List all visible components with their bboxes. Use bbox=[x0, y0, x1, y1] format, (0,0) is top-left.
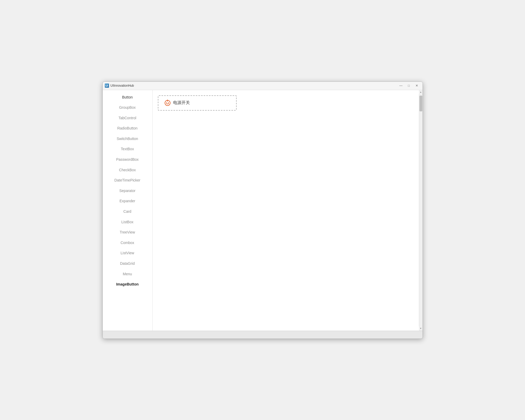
app-icon: UI bbox=[105, 84, 109, 88]
sidebar-item-button[interactable]: Button bbox=[103, 92, 152, 103]
sidebar-item-listbox[interactable]: ListBox bbox=[103, 217, 152, 227]
content-area: ButtonGroupBoxTabControlRadioButtonSwitc… bbox=[103, 90, 423, 331]
scroll-track bbox=[419, 94, 423, 326]
power-icon bbox=[165, 100, 170, 106]
close-button[interactable]: ✕ bbox=[413, 83, 420, 88]
sidebar-item-datagrid[interactable]: DataGrid bbox=[103, 258, 152, 269]
sidebar-item-passwordbox[interactable]: PasswordBox bbox=[103, 154, 152, 165]
sidebar-item-datetimepicker[interactable]: DateTimePicker bbox=[103, 175, 152, 186]
sidebar-item-radiobutton[interactable]: RadioButton bbox=[103, 123, 152, 134]
sidebar-item-menu[interactable]: Menu bbox=[103, 269, 152, 279]
sidebar: ButtonGroupBoxTabControlRadioButtonSwitc… bbox=[103, 90, 153, 331]
sidebar-item-tabcontrol[interactable]: TabControl bbox=[103, 113, 152, 123]
minimize-button[interactable]: — bbox=[397, 83, 405, 88]
maximize-button[interactable]: □ bbox=[405, 83, 413, 88]
sidebar-item-separator[interactable]: Separator bbox=[103, 186, 152, 196]
title-bar: UI UIInnovationHub — □ ✕ bbox=[103, 82, 423, 90]
sidebar-item-checkbox[interactable]: CheckBox bbox=[103, 165, 152, 175]
sidebar-item-treeview[interactable]: TreeView bbox=[103, 227, 152, 238]
sidebar-item-expander[interactable]: Expander bbox=[103, 196, 152, 206]
button-demo[interactable]: 电源开关 bbox=[158, 95, 237, 111]
title-bar-left: UI UIInnovationHub bbox=[105, 84, 134, 88]
sidebar-item-textbox[interactable]: TextBox bbox=[103, 144, 152, 154]
sidebar-item-switchbutton[interactable]: SwitchButton bbox=[103, 134, 152, 144]
sidebar-item-listview[interactable]: ListView bbox=[103, 248, 152, 258]
window-title: UIInnovationHub bbox=[111, 84, 134, 87]
sidebar-item-combox[interactable]: Combox bbox=[103, 238, 152, 248]
sidebar-item-card[interactable]: Card bbox=[103, 206, 152, 217]
scroll-thumb[interactable] bbox=[419, 96, 422, 111]
power-icon-ring bbox=[166, 102, 169, 104]
sidebar-item-imagebutton[interactable]: ImageButton bbox=[103, 279, 152, 290]
sidebar-item-groupbox[interactable]: GroupBox bbox=[103, 102, 152, 113]
scroll-up-arrow[interactable]: ▲ bbox=[419, 90, 423, 94]
scrollbar-right[interactable]: ▲ ▼ bbox=[419, 90, 423, 331]
main-content: 电源开关 bbox=[153, 90, 419, 331]
window-controls: — □ ✕ bbox=[397, 83, 420, 88]
scroll-down-arrow[interactable]: ▼ bbox=[419, 326, 423, 331]
app-window: UI UIInnovationHub — □ ✕ ButtonGroupBoxT… bbox=[102, 81, 423, 339]
taskbar bbox=[103, 331, 423, 339]
button-demo-label: 电源开关 bbox=[173, 100, 190, 106]
